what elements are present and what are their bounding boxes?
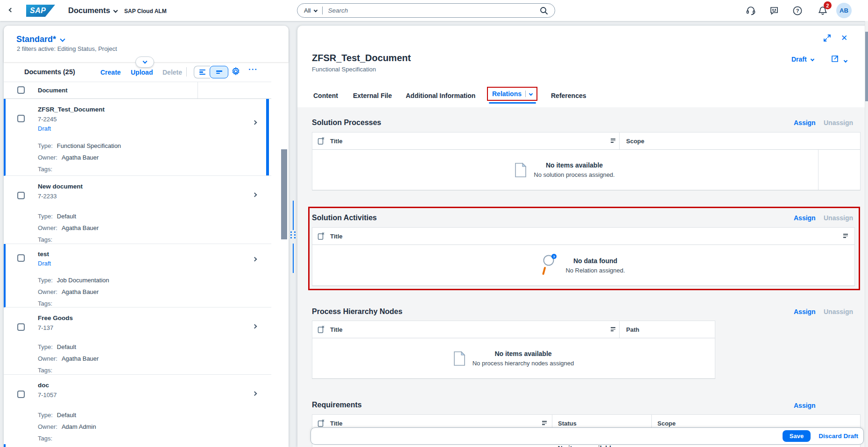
search-input[interactable]: Search bbox=[328, 7, 540, 14]
tab-additional-information[interactable]: Additional Information bbox=[406, 92, 475, 99]
list-item[interactable]: doc 7-1057 Type:Default Owner:Adam Admin… bbox=[4, 375, 271, 444]
upload-button[interactable]: Upload bbox=[131, 69, 153, 76]
assign-button[interactable]: Assign bbox=[794, 402, 816, 409]
enter-fullscreen-icon[interactable] bbox=[823, 34, 831, 42]
status-dropdown[interactable]: Draft bbox=[791, 56, 814, 63]
detail-scrollbar[interactable] bbox=[865, 21, 868, 447]
type-value: Default bbox=[57, 213, 76, 220]
assign-button[interactable]: Assign bbox=[794, 308, 816, 315]
splitter-line bbox=[293, 244, 294, 273]
item-status-link[interactable]: Draft bbox=[38, 259, 271, 268]
documents-count-title: Documents (25) bbox=[24, 68, 75, 76]
create-button[interactable]: Create bbox=[100, 69, 121, 76]
close-icon[interactable]: ✕ bbox=[841, 33, 847, 43]
column-divider bbox=[198, 82, 198, 98]
item-title: test bbox=[38, 250, 271, 259]
item-checkbox[interactable] bbox=[17, 323, 25, 331]
tab-references[interactable]: References bbox=[551, 92, 586, 99]
process-hierarchy-nodes-table: Title Path No items available No process… bbox=[312, 321, 715, 379]
sort-icon[interactable] bbox=[611, 139, 615, 143]
tab-external-file[interactable]: External File bbox=[353, 92, 392, 99]
item-title: Free Goods bbox=[38, 314, 271, 323]
document-title: ZFSR_Test_Document bbox=[312, 53, 411, 63]
condensed-view-toggle[interactable] bbox=[210, 66, 228, 78]
help-icon[interactable]: ? bbox=[792, 6, 803, 16]
avatar[interactable]: AB bbox=[836, 3, 852, 18]
unassign-button[interactable]: Unassign bbox=[824, 308, 853, 315]
splitter-line bbox=[293, 201, 294, 230]
select-all-checkbox[interactable] bbox=[17, 86, 25, 94]
selected-tab-underline bbox=[489, 102, 536, 104]
share-icon[interactable] bbox=[831, 55, 839, 63]
clear-selection-icon[interactable] bbox=[318, 325, 325, 334]
clear-selection-icon[interactable] bbox=[318, 137, 325, 145]
settings-gear-icon[interactable] bbox=[231, 67, 240, 76]
item-checkbox[interactable] bbox=[17, 115, 25, 122]
owner-value: Agatha Bauer bbox=[62, 224, 99, 231]
list-item[interactable]: ZFSR_Test_Document 7-2245 Draft Type:Fun… bbox=[4, 99, 271, 176]
support-headset-icon[interactable] bbox=[746, 6, 756, 16]
item-id: 7-137 bbox=[38, 323, 271, 333]
empty-state: ? No data found No Relation assigned. bbox=[312, 245, 854, 286]
sort-icon[interactable] bbox=[843, 234, 848, 238]
empty-subtitle: No process hierarchy nodes assigned bbox=[473, 360, 574, 367]
empty-title: No data found bbox=[573, 257, 617, 265]
section-title-process-hierarchy-nodes: Process Hierarchy Nodes bbox=[312, 307, 402, 316]
search-icon[interactable] bbox=[540, 7, 548, 15]
app-title-menu[interactable]: Documents bbox=[68, 6, 117, 15]
next-list-item-partial[interactable] bbox=[4, 444, 271, 447]
overflow-menu-button[interactable]: ··· bbox=[248, 65, 258, 74]
tab-relations[interactable]: Relations bbox=[492, 90, 522, 98]
back-icon[interactable] bbox=[7, 7, 15, 15]
chevron-right-icon bbox=[253, 119, 256, 126]
item-checkbox[interactable] bbox=[17, 391, 25, 398]
filter-dirty-marker: * bbox=[53, 35, 56, 44]
owner-label: Owner: bbox=[38, 224, 57, 231]
expand-filter-bar-button[interactable] bbox=[135, 56, 154, 68]
document-empty-icon bbox=[515, 162, 527, 178]
item-id: 7-1057 bbox=[38, 390, 271, 400]
list-scrollbar-thumb[interactable] bbox=[281, 149, 287, 239]
product-name: SAP Cloud ALM bbox=[124, 8, 167, 14]
list-item[interactable]: New document 7-2233 Type:Default Owner:A… bbox=[4, 176, 271, 244]
chevron-down-icon[interactable] bbox=[529, 92, 533, 96]
type-value: Default bbox=[57, 343, 76, 350]
unassign-button[interactable]: Unassign bbox=[824, 119, 853, 126]
chevron-right-icon bbox=[253, 391, 256, 398]
clear-selection-icon[interactable] bbox=[318, 419, 325, 427]
discard-draft-button[interactable]: Discard Draft bbox=[819, 433, 858, 440]
chevron-down-icon bbox=[60, 36, 65, 42]
list-item[interactable]: test Draft Type:Job Documentation Owner:… bbox=[4, 244, 271, 307]
share-menu-chevron-icon[interactable] bbox=[844, 57, 847, 64]
clear-selection-icon[interactable] bbox=[318, 232, 325, 240]
item-status-link[interactable]: Draft bbox=[38, 124, 271, 133]
list-item[interactable]: Free Goods 7-137 Type:Default Owner:Agat… bbox=[4, 307, 271, 375]
sort-icon[interactable] bbox=[611, 327, 615, 331]
search-scope-value: All bbox=[304, 7, 311, 14]
table-header: Title Scope bbox=[312, 133, 860, 150]
assign-button[interactable]: Assign bbox=[794, 119, 816, 126]
item-checkbox[interactable] bbox=[17, 254, 25, 262]
assign-button[interactable]: Assign bbox=[794, 214, 816, 222]
search-bar[interactable]: All Search bbox=[297, 3, 555, 18]
panel-splitter[interactable] bbox=[289, 21, 297, 447]
sap-logo[interactable]: SAP bbox=[26, 5, 55, 17]
empty-subtitle: No Relation assigned. bbox=[565, 267, 625, 274]
sort-icon[interactable] bbox=[542, 421, 547, 425]
column-title: Title bbox=[330, 420, 343, 427]
unassign-button[interactable]: Unassign bbox=[824, 214, 853, 222]
splitter-drag-handle[interactable] bbox=[290, 231, 296, 238]
feedback-chat-icon[interactable] bbox=[769, 6, 779, 16]
detail-scrollbar-thumb[interactable] bbox=[865, 32, 868, 101]
group-view-toggle[interactable] bbox=[194, 66, 210, 78]
column-title: Title bbox=[330, 326, 343, 333]
tab-content[interactable]: Content bbox=[313, 92, 338, 99]
save-button[interactable]: Save bbox=[783, 430, 811, 442]
search-scope-select[interactable]: All bbox=[304, 7, 317, 14]
filter-view-selector[interactable]: Standard* bbox=[16, 35, 64, 44]
condensed-view-icon bbox=[216, 70, 222, 74]
column-title: Title bbox=[330, 138, 343, 145]
delete-button[interactable]: Delete bbox=[162, 69, 182, 76]
shell-bar: SAP Documents SAP Cloud ALM All Search ?… bbox=[0, 0, 868, 21]
item-checkbox[interactable] bbox=[17, 192, 25, 199]
